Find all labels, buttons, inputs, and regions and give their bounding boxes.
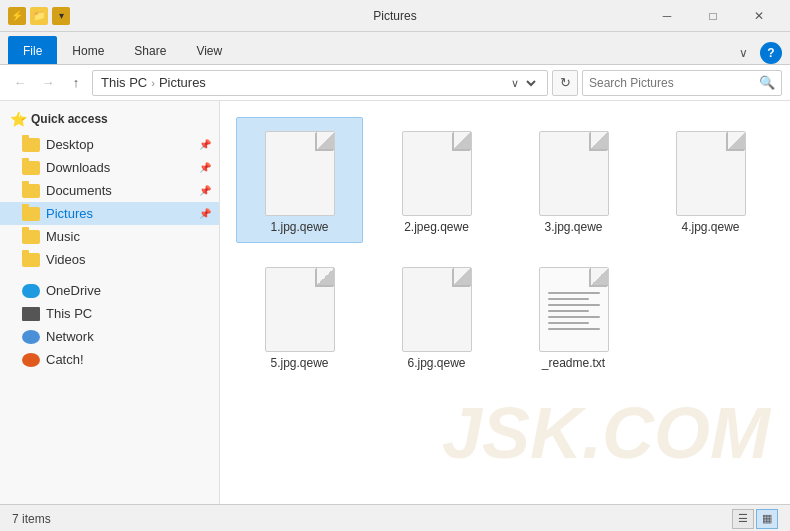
music-label: Music: [46, 229, 80, 244]
close-button[interactable]: ✕: [736, 0, 782, 32]
view-list-button[interactable]: ☰: [732, 509, 754, 529]
status-bar: 7 items ☰ ▦: [0, 504, 790, 531]
file-item-2[interactable]: 2.jpeg.qewe: [373, 117, 500, 243]
doc-lines-7: [548, 292, 600, 330]
window-title: Pictures: [373, 9, 416, 23]
doc-fold-4: [727, 132, 745, 150]
doc-shape-1: [265, 131, 335, 216]
sidebar-item-downloads[interactable]: Downloads 📌: [0, 156, 219, 179]
file-icon-2: [397, 126, 477, 216]
file-item-1[interactable]: 1.jpg.qewe: [236, 117, 363, 243]
onedrive-label: OneDrive: [46, 283, 101, 298]
sidebar-item-network[interactable]: Network: [0, 325, 219, 348]
refresh-button[interactable]: ↻: [552, 70, 578, 96]
watermark: JSK.COM: [442, 392, 770, 474]
search-box[interactable]: 🔍: [582, 70, 782, 96]
network-icon: [22, 330, 40, 344]
sidebar-item-this-pc[interactable]: This PC: [0, 302, 219, 325]
sidebar-section-quick-access[interactable]: ⭐ Quick access: [0, 105, 219, 133]
doc-fold-7: [590, 268, 608, 286]
pictures-folder-icon: [22, 207, 40, 221]
file-icon-1: [260, 126, 340, 216]
sidebar-item-music[interactable]: Music: [0, 225, 219, 248]
file-item-5[interactable]: 5.jpg.qewe: [236, 253, 363, 379]
this-pc-label: This PC: [46, 306, 92, 321]
tab-home[interactable]: Home: [57, 36, 119, 64]
doc-fold-1: [316, 132, 334, 150]
documents-pin-icon: 📌: [199, 185, 211, 196]
desktop-label: Desktop: [46, 137, 94, 152]
file-icon-6: [397, 262, 477, 352]
doc-line-5: [548, 316, 600, 318]
file-item-3[interactable]: 3.jpg.qewe: [510, 117, 637, 243]
address-bar: ← → ↑ This PC › Pictures ∨ ↻ 🔍: [0, 65, 790, 101]
documents-folder-icon: [22, 184, 40, 198]
file-item-6[interactable]: 6.jpg.qewe: [373, 253, 500, 379]
path-this-pc[interactable]: This PC: [101, 75, 147, 90]
sidebar-item-videos[interactable]: Videos: [0, 248, 219, 271]
videos-label: Videos: [46, 252, 86, 267]
file-name-2: 2.jpeg.qewe: [404, 220, 469, 234]
pictures-pin-icon: 📌: [199, 208, 211, 219]
doc-line-1: [548, 292, 600, 294]
pictures-label: Pictures: [46, 206, 93, 221]
sidebar: ⭐ Quick access Desktop 📌 Downloads 📌 Doc…: [0, 101, 220, 504]
ribbon-right-controls: ∨ ?: [732, 42, 790, 64]
quick-access-icon: ⚡: [8, 7, 26, 25]
tab-share[interactable]: Share: [119, 36, 181, 64]
documents-label: Documents: [46, 183, 112, 198]
ribbon: File Home Share View ∨ ?: [0, 32, 790, 65]
downloads-folder-icon: [22, 161, 40, 175]
view-grid-button[interactable]: ▦: [756, 509, 778, 529]
file-icon-5: [260, 262, 340, 352]
file-grid: 1.jpg.qewe 2.jpeg.qewe 3.jpg.qewe: [220, 101, 790, 395]
network-label: Network: [46, 329, 94, 344]
doc-fold-2: [453, 132, 471, 150]
sidebar-item-pictures[interactable]: Pictures 📌: [0, 202, 219, 225]
path-dropdown[interactable]: ∨: [503, 76, 539, 90]
doc-fold-6: [453, 268, 471, 286]
onedrive-cloud-icon: [22, 284, 40, 298]
quick-access-star-icon: ⭐: [10, 111, 27, 127]
window-controls: ─ □ ✕: [644, 0, 782, 32]
sidebar-item-documents[interactable]: Documents 📌: [0, 179, 219, 202]
tab-file[interactable]: File: [8, 36, 57, 64]
title-bar-icons: ⚡ 📁 ▾: [8, 7, 70, 25]
file-item-7[interactable]: _readme.txt: [510, 253, 637, 379]
sidebar-item-onedrive[interactable]: OneDrive: [0, 279, 219, 302]
view-toggle: ☰ ▦: [732, 509, 778, 529]
path-pictures[interactable]: Pictures: [159, 75, 206, 90]
sidebar-item-desktop[interactable]: Desktop 📌: [0, 133, 219, 156]
music-folder-icon: [22, 230, 40, 244]
minimize-button[interactable]: ─: [644, 0, 690, 32]
catch-icon: [22, 353, 40, 367]
catch-label: Catch!: [46, 352, 84, 367]
forward-button[interactable]: →: [36, 71, 60, 95]
downloads-pin-icon: 📌: [199, 162, 211, 173]
this-pc-icon: [22, 307, 40, 321]
doc-shape-2: [402, 131, 472, 216]
address-path[interactable]: This PC › Pictures ∨: [92, 70, 548, 96]
sidebar-item-catch[interactable]: Catch!: [0, 348, 219, 371]
file-name-3: 3.jpg.qewe: [544, 220, 602, 234]
folder-icon: 📁: [30, 7, 48, 25]
maximize-button[interactable]: □: [690, 0, 736, 32]
tab-view[interactable]: View: [181, 36, 237, 64]
ribbon-collapse-button[interactable]: ∨: [732, 42, 754, 64]
back-button[interactable]: ←: [8, 71, 32, 95]
desktop-pin-icon: 📌: [199, 139, 211, 150]
search-icon[interactable]: 🔍: [759, 75, 775, 90]
help-button[interactable]: ?: [760, 42, 782, 64]
file-item-4[interactable]: 4.jpg.qewe: [647, 117, 774, 243]
file-name-5: 5.jpg.qewe: [270, 356, 328, 370]
doc-line-3: [548, 304, 600, 306]
search-input[interactable]: [589, 76, 755, 90]
file-icon-4: [671, 126, 751, 216]
file-name-1: 1.jpg.qewe: [270, 220, 328, 234]
doc-shape-7: [539, 267, 609, 352]
up-button[interactable]: ↑: [64, 71, 88, 95]
dropdown-arrow[interactable]: ▾: [52, 7, 70, 25]
doc-fold-3: [590, 132, 608, 150]
content-area: JSK.COM 1.jpg.qewe 2.jpeg.qewe: [220, 101, 790, 504]
file-name-6: 6.jpg.qewe: [407, 356, 465, 370]
